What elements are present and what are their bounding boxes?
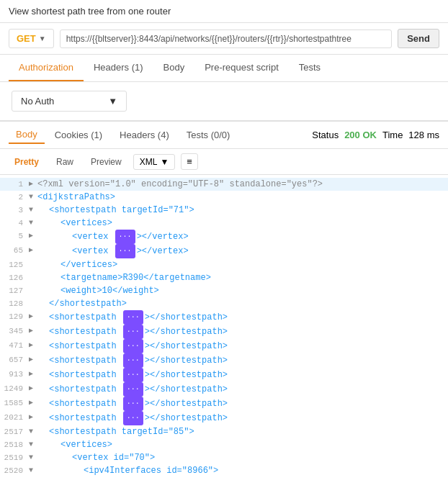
line-content: <shortestpath ···></shortestpath> bbox=[37, 382, 448, 397]
resp-tab-tests[interactable]: Tests (0/0) bbox=[179, 127, 238, 143]
line-number: 2 bbox=[0, 191, 29, 204]
auth-type-label: No Auth bbox=[21, 96, 54, 107]
time-label: Time bbox=[382, 130, 403, 140]
line-content: <shortestpath targetId="85"> bbox=[37, 425, 448, 438]
tab-prerequest[interactable]: Pre-request script bbox=[194, 55, 289, 81]
resp-tab-cookies[interactable]: Cookies (1) bbox=[48, 127, 109, 143]
code-line: 2517▼<shortestpath targetId="85"> bbox=[0, 425, 448, 438]
line-content: <shortestpath ···></shortestpath> bbox=[37, 325, 448, 339]
code-line: 129▶<shortestpath ···></shortestpath> bbox=[0, 310, 448, 325]
line-number: 657 bbox=[0, 353, 29, 366]
code-line: 125</vertices> bbox=[0, 258, 448, 271]
tab-headers[interactable]: Headers (1) bbox=[84, 55, 153, 81]
auth-section: No Auth ▼ bbox=[0, 82, 448, 121]
resp-tab-body[interactable]: Body bbox=[9, 126, 45, 144]
collapsed-badge[interactable]: ··· bbox=[115, 230, 135, 244]
line-number: 2518 bbox=[0, 438, 29, 451]
line-number: 65 bbox=[0, 244, 29, 257]
collapsed-badge[interactable]: ··· bbox=[123, 353, 143, 368]
collapse-arrow-icon[interactable]: ▼ bbox=[29, 464, 37, 477]
collapsed-badge[interactable]: ··· bbox=[123, 310, 143, 325]
chevron-down-icon: ▼ bbox=[108, 96, 117, 107]
tab-tests[interactable]: Tests bbox=[289, 55, 331, 81]
code-area[interactable]: 1▶<?xml version="1.0" encoding="UTF-8" s… bbox=[0, 175, 448, 477]
time-value: 128 ms bbox=[408, 130, 439, 140]
collapse-arrow-icon[interactable]: ▼ bbox=[29, 425, 37, 438]
line-number: 2517 bbox=[0, 425, 29, 438]
collapse-arrow-icon[interactable]: ▼ bbox=[29, 204, 37, 217]
line-content: <targetname>R390</targetname> bbox=[37, 271, 448, 284]
url-input[interactable]: https://{{bltserver}}:8443/api/networks/… bbox=[60, 30, 393, 48]
send-button[interactable]: Send bbox=[398, 29, 439, 48]
line-content: <weight>10</weight> bbox=[37, 284, 448, 297]
status-label: Status bbox=[312, 130, 339, 140]
code-line: 913▶<shortestpath ···></shortestpath> bbox=[0, 368, 448, 382]
collapse-arrow-icon[interactable]: ▶ bbox=[29, 353, 37, 366]
wrap-icon: ≡ bbox=[187, 156, 192, 167]
response-tabs-row: Body Cookies (1) Headers (4) Tests (0/0)… bbox=[0, 122, 448, 149]
collapse-arrow-icon[interactable]: ▼ bbox=[29, 451, 37, 464]
collapse-arrow-icon[interactable]: ▶ bbox=[29, 411, 37, 424]
code-line: 65▶<vertex ···></vertex> bbox=[0, 244, 448, 258]
collapse-arrow-icon[interactable]: ▶ bbox=[29, 244, 37, 257]
collapse-arrow-icon[interactable]: ▶ bbox=[29, 230, 37, 243]
collapse-arrow-icon[interactable]: ▶ bbox=[29, 325, 37, 338]
tab-authorization[interactable]: Authorization bbox=[9, 55, 84, 81]
collapse-arrow-icon[interactable]: ▶ bbox=[29, 339, 37, 352]
collapsed-badge[interactable]: ··· bbox=[123, 397, 143, 411]
collapse-arrow-icon[interactable]: ▼ bbox=[29, 191, 37, 204]
code-line: 1585▶<shortestpath ···></shortestpath> bbox=[0, 397, 448, 411]
resp-tab-headers[interactable]: Headers (4) bbox=[112, 127, 176, 143]
auth-type-dropdown[interactable]: No Auth ▼ bbox=[12, 91, 127, 112]
line-content: <vertex ···></vertex> bbox=[37, 244, 448, 258]
collapsed-badge[interactable]: ··· bbox=[123, 411, 143, 425]
collapse-arrow-icon[interactable]: ▶ bbox=[29, 397, 37, 410]
status-value: 200 OK bbox=[344, 130, 377, 140]
line-content: <shortestpath ···></shortestpath> bbox=[37, 310, 448, 325]
collapsed-badge[interactable]: ··· bbox=[123, 382, 143, 397]
line-content: </shortestpath> bbox=[37, 297, 448, 310]
line-content: <ipv4Interfaces id="8966"> bbox=[37, 464, 448, 477]
line-number: 128 bbox=[0, 297, 29, 310]
raw-button[interactable]: Raw bbox=[50, 155, 79, 169]
collapse-arrow-icon[interactable]: ▼ bbox=[29, 438, 37, 451]
method-label: GET bbox=[17, 33, 36, 44]
format-dropdown[interactable]: XML ▼ bbox=[133, 154, 176, 170]
request-bar: GET ▼ https://{{bltserver}}:8443/api/net… bbox=[0, 23, 448, 55]
pretty-button[interactable]: Pretty bbox=[9, 155, 45, 169]
collapse-arrow-icon[interactable]: ▶ bbox=[29, 178, 37, 191]
line-number: 4 bbox=[0, 217, 29, 230]
code-line: 2518▼<vertices> bbox=[0, 438, 448, 451]
collapsed-badge[interactable]: ··· bbox=[123, 339, 143, 353]
collapsed-badge[interactable]: ··· bbox=[115, 244, 135, 258]
code-line: 471▶<shortestpath ···></shortestpath> bbox=[0, 339, 448, 353]
collapsed-badge[interactable]: ··· bbox=[123, 368, 143, 382]
status-area: Status 200 OK Time 128 ms bbox=[312, 130, 439, 140]
collapsed-badge[interactable]: ··· bbox=[123, 325, 143, 339]
code-line: 657▶<shortestpath ···></shortestpath> bbox=[0, 353, 448, 368]
code-line: 1249▶<shortestpath ···></shortestpath> bbox=[0, 382, 448, 397]
method-button[interactable]: GET ▼ bbox=[9, 29, 54, 48]
collapse-arrow-icon[interactable]: ▶ bbox=[29, 382, 37, 395]
line-number: 1 bbox=[0, 178, 29, 191]
code-line: 126<targetname>R390</targetname> bbox=[0, 271, 448, 284]
line-content: <dijkstraPaths> bbox=[37, 191, 448, 204]
collapse-arrow-icon[interactable]: ▶ bbox=[29, 368, 37, 381]
line-number: 127 bbox=[0, 284, 29, 297]
line-number: 126 bbox=[0, 271, 29, 284]
code-line: 128</shortestpath> bbox=[0, 297, 448, 310]
code-line: 2021▶<shortestpath ···></shortestpath> bbox=[0, 411, 448, 425]
line-number: 2021 bbox=[0, 411, 29, 424]
line-number: 345 bbox=[0, 325, 29, 338]
tab-body[interactable]: Body bbox=[153, 55, 195, 81]
line-number: 125 bbox=[0, 258, 29, 271]
line-number: 5 bbox=[0, 230, 29, 243]
line-content: <vertex id="70"> bbox=[37, 451, 448, 464]
collapse-arrow-icon[interactable]: ▼ bbox=[29, 217, 37, 230]
line-content: <shortestpath ···></shortestpath> bbox=[37, 353, 448, 368]
code-line: 2520▼<ipv4Interfaces id="8966"> bbox=[0, 464, 448, 477]
wrap-button[interactable]: ≡ bbox=[181, 153, 198, 170]
top-bar: View shortest path tree from one router bbox=[0, 0, 448, 23]
collapse-arrow-icon[interactable]: ▶ bbox=[29, 310, 37, 323]
preview-button[interactable]: Preview bbox=[85, 155, 127, 169]
